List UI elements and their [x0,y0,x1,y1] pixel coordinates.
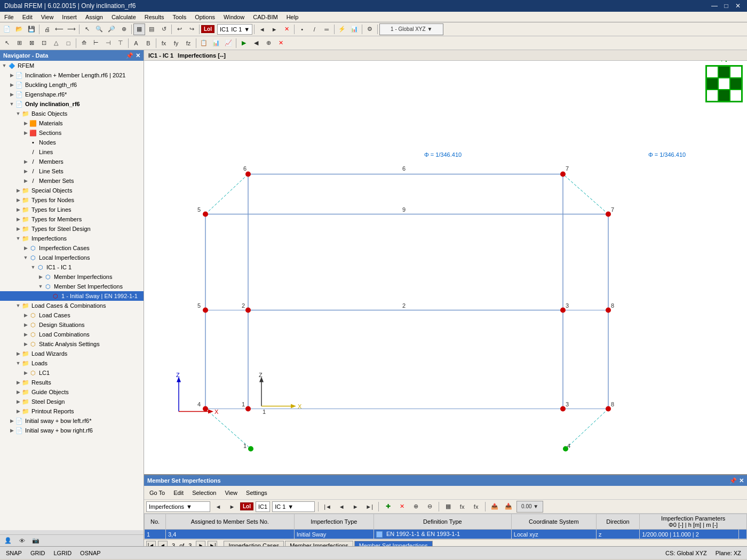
tb-line[interactable]: / [308,23,320,35]
tree-sections[interactable]: ▶ 🟥 Sections [0,128,144,138]
bp-tb-import[interactable]: 📥 [503,501,514,513]
tb-view-x[interactable]: ▦ [133,23,145,35]
tb2-13[interactable]: 📈 [222,37,234,49]
tb2-bold[interactable]: B [142,37,154,49]
menu-help[interactable]: Help [282,12,303,22]
window-controls[interactable]: — □ ✕ [710,1,743,11]
tree-bow-left[interactable]: ▶ 📄 Initial sway + bow left.rf6* [0,416,144,426]
tree-eigen[interactable]: ▶ 📄 Eigenshape.rf6* [0,90,144,99]
table-row[interactable]: 1 3,4 Initial Sway EN 1992-1-1 & EN 1993… [145,530,747,539]
menu-insert[interactable]: Insert [58,12,81,22]
nav-camera-button[interactable]: 📷 [30,535,42,547]
tb2-4[interactable]: ⊡ [38,37,50,49]
tb2-8[interactable]: ⊢ [90,37,102,49]
menu-results[interactable]: Results [140,12,169,22]
tree-design-sit[interactable]: ▶ ⬡ Design Situations [0,320,144,330]
tb-zoom-all[interactable]: ⊕ [118,23,130,35]
tb-delete-ic[interactable]: ✕ [281,23,292,35]
tb2-fy[interactable]: fy [170,37,182,49]
tab-imperf-cases[interactable]: Imperfection Cases [224,541,284,546]
viewport-canvas[interactable]: Φ = 1/346.410 Φ = 1/346.410 [144,61,747,546]
tree-loads[interactable]: ▼ 📁 Loads [0,358,144,368]
tree-member-imperf[interactable]: ▶ ⬡ Member Imperfections [0,272,144,282]
nav-eye-button[interactable]: 👁 [16,535,28,547]
tree-imperf-cases[interactable]: ▶ ⬡ Imperfection Cases [0,243,144,253]
status-lgrid[interactable]: LGRID [50,548,75,558]
tree-printout[interactable]: ▶ 📁 Printout Reports [0,406,144,416]
tb-redo[interactable]: ↪ [186,23,197,35]
tree-lc1[interactable]: ▶ ⬡ LC1 [0,368,144,378]
tree-imperfections[interactable]: ▼ 📁 Imperfections [0,234,144,243]
tree-lcc[interactable]: ▼ 📁 Load Cases & Combinations [0,301,144,310]
tree-types-members[interactable]: ▶ 📁 Types for Members [0,214,144,224]
tree-special[interactable]: ▶ 📁 Special Objects [0,186,144,195]
tree-members[interactable]: ▶ / Members [0,157,144,166]
tb2-15[interactable]: ◀ [250,37,262,49]
tb-select[interactable]: ↖ [81,23,93,35]
tb-global-xyz[interactable]: 1 - Global XYZ ▼ [379,23,443,35]
tb-prev[interactable]: ⟵ [53,23,65,35]
bp-tb-delete[interactable]: ✕ [396,501,408,513]
tb-settings[interactable]: ⚙ [364,23,376,35]
tb-print[interactable]: 🖨 [41,23,53,35]
menu-tools[interactable]: Tools [168,12,190,22]
tb-next-ic[interactable]: ► [268,23,280,35]
menu-file[interactable]: File [0,12,18,22]
tree-load-wizards[interactable]: ▶ 📁 Load Wizards [0,349,144,358]
tb-rotate[interactable]: ↺ [158,23,170,35]
tab-memberset-imperf[interactable]: Member Set Imperfections [354,541,433,546]
bp-tb-export[interactable]: 📤 [489,501,500,513]
tb2-fx[interactable]: fx [158,37,170,49]
close-button[interactable]: ✕ [733,1,743,11]
bp-tb-filter[interactable]: ▦ [442,501,454,513]
tree-types-nodes[interactable]: ▶ 📁 Types for Nodes [0,195,144,205]
tree-load-cases[interactable]: ▶ ⬡ Load Cases [0,310,144,320]
bp-menu-settings[interactable]: Settings [243,486,271,499]
tree-ic1[interactable]: ▼ ⬡ IC1 - IC 1 [0,262,144,272]
nav-close-button[interactable]: ✕ [136,52,140,59]
tb-view-y[interactable]: ▤ [146,23,157,35]
menu-view[interactable]: View [37,12,58,22]
tree-bow-right[interactable]: ▶ 📄 Initial sway + bow right.rf6 [0,426,144,435]
menu-cadbim[interactable]: CAD-BIM [249,12,282,22]
tb-calc[interactable]: ⚡ [336,23,348,35]
nav-prev-btn[interactable]: ◄ [158,541,168,546]
tb2-10[interactable]: ⊤ [115,37,126,49]
bp-menu-goto[interactable]: Go To [146,486,168,499]
tree-membersets[interactable]: ▶ / Member Sets [0,176,144,186]
bp-menu-selection[interactable]: Selection [189,486,219,499]
tree-rfem[interactable]: ▼ 🔷 RFEM [0,61,144,70]
bp-ic1-label-combo[interactable]: IC 1 ▼ [272,501,315,512]
bp-tb-formula[interactable]: fx [456,501,468,513]
tb-undo[interactable]: ↩ [173,23,185,35]
bp-tb-add[interactable]: ✚ [382,501,394,513]
tb-open[interactable]: 📂 [13,23,25,35]
bottom-panel-close[interactable]: ✕ [739,477,744,484]
tb2-3[interactable]: ⊠ [26,37,37,49]
bp-menu-view[interactable]: View [221,486,241,499]
bp-tb-first[interactable]: |◄ [322,501,333,513]
tree-guide[interactable]: ▶ 📁 Guide Objects [0,387,144,397]
bp-ic-dropdown[interactable]: IC1 [256,501,270,512]
status-osnap[interactable]: OSNAP [76,548,105,558]
nav-next-btn[interactable]: ► [196,541,205,546]
menu-edit[interactable]: Edit [18,12,37,22]
tb-results[interactable]: 📊 [348,23,360,35]
tb2-9[interactable]: ⊣ [102,37,114,49]
bp-tb-prev[interactable]: ◄ [336,501,347,513]
tb2-12[interactable]: 📊 [210,37,222,49]
tb2-14[interactable]: ▶ [238,37,250,49]
tb2-fz[interactable]: fz [182,37,194,49]
tree-nodes[interactable]: ▶ • Nodes [0,138,144,147]
tb2-11[interactable]: 📋 [198,37,210,49]
tb-member[interactable]: ═ [321,23,332,35]
menu-window[interactable]: Window [219,12,249,22]
tree-buckling[interactable]: ▶ 📄 Buckling Length_rf6 [0,80,144,90]
imperf-type-dropdown[interactable]: Imperfections ▼ [146,501,210,512]
tree-local-imperf[interactable]: ▼ ⬡ Local Imperfections [0,253,144,262]
nav-last-btn[interactable]: ►| [208,541,217,546]
tb2-6[interactable]: □ [62,37,74,49]
tb-prev-ic[interactable]: ◄ [256,23,268,35]
bp-tb-paste[interactable]: ⊖ [424,501,435,513]
tb-node[interactable]: • [296,23,308,35]
